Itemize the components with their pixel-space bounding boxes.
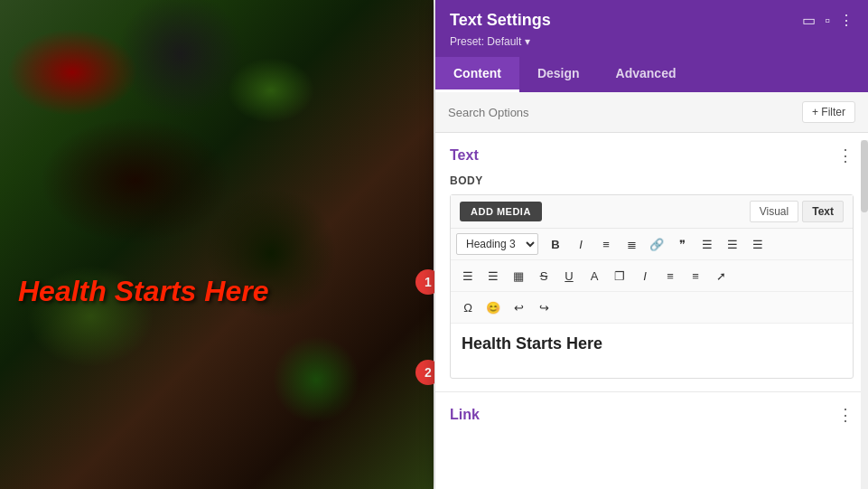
text-view-button[interactable]: Text	[802, 201, 844, 222]
background-image: Health Starts Here	[0, 0, 434, 489]
link-button[interactable]: 🔗	[645, 232, 668, 256]
fullscreen-button[interactable]: ➚	[709, 264, 733, 287]
table-button[interactable]: ▦	[507, 264, 530, 287]
tab-design[interactable]: Design	[519, 57, 598, 92]
bold-button[interactable]: B	[544, 232, 567, 256]
italic-button[interactable]: I	[569, 232, 593, 256]
text-section-title: Text	[450, 147, 479, 164]
scroll-track	[861, 140, 868, 489]
collapse-icon[interactable]: ▫	[825, 13, 830, 29]
panel-header: Text Settings ▭ ▫ ⋮ Preset: Default ▾	[435, 0, 868, 57]
link-section-menu-icon[interactable]: ⋮	[837, 405, 854, 425]
more-icon[interactable]: ⋮	[839, 12, 854, 29]
panel-title: Text Settings	[450, 11, 551, 30]
panel-header-top: Text Settings ▭ ▫ ⋮	[450, 11, 854, 30]
outdent-button[interactable]: ≡	[684, 264, 707, 287]
tab-content[interactable]: Content	[435, 57, 519, 92]
link-section: Link ⋮	[435, 392, 868, 434]
text-section-body: Body ADD MEDIA Visual Text	[435, 174, 868, 391]
add-media-button[interactable]: ADD MEDIA	[460, 202, 542, 221]
editor-toolbar-top: ADD MEDIA Visual Text	[451, 195, 853, 229]
tab-advanced[interactable]: Advanced	[598, 57, 695, 92]
align-justify-button[interactable]: ☰	[456, 264, 480, 287]
toolbar-row-2: ☰ ☰ ▦ S U A ❐ I ≡ ≡ ➚	[451, 260, 853, 292]
redo-button[interactable]: ↪	[532, 296, 555, 319]
paste-button[interactable]: ❐	[608, 264, 631, 287]
link-section-title: Link	[450, 407, 480, 423]
text-section-menu-icon[interactable]: ⋮	[837, 146, 854, 165]
heading-select[interactable]: Heading 3 Heading 1 Heading 2 Paragraph	[456, 233, 538, 255]
text-section: Text ⋮ Body ADD MEDIA Visual	[435, 133, 868, 392]
editor-container: ADD MEDIA Visual Text	[450, 194, 854, 379]
align-center-2-button[interactable]: ☰	[481, 264, 505, 287]
search-bar: + Filter	[435, 92, 868, 133]
text-section-header: Text ⋮	[435, 133, 868, 174]
underline-button[interactable]: U	[557, 264, 581, 287]
health-starts-here-text: Health Starts Here	[18, 275, 268, 308]
ordered-list-button[interactable]: ≣	[620, 232, 643, 256]
clear-format-button[interactable]: I	[633, 264, 657, 287]
view-toggle: Visual Text	[750, 201, 844, 222]
unordered-list-button[interactable]: ≡	[594, 232, 618, 256]
preset-label: Preset: Default ▾	[450, 35, 854, 48]
emoji-button[interactable]: 😊	[481, 296, 505, 319]
toolbar-row-1: Heading 3 Heading 1 Heading 2 Paragraph …	[451, 229, 853, 260]
undo-button[interactable]: ↩	[507, 296, 530, 319]
scroll-thumb[interactable]	[861, 140, 868, 212]
blockquote-button[interactable]: ❞	[670, 232, 694, 256]
preset-arrow[interactable]: ▾	[525, 35, 530, 48]
omega-button[interactable]: Ω	[456, 296, 480, 319]
preset-text[interactable]: Preset: Default	[450, 35, 521, 48]
align-center-button[interactable]: ☰	[721, 232, 744, 256]
editor-content-area[interactable]: Health Starts Here	[451, 324, 853, 378]
align-left-button[interactable]: ☰	[695, 232, 719, 256]
indent-button[interactable]: ≡	[658, 264, 682, 287]
editor-text: Health Starts Here	[462, 334, 602, 353]
expand-icon[interactable]: ▭	[802, 12, 816, 29]
tab-bar: Content Design Advanced	[435, 57, 868, 92]
body-label: Body	[450, 174, 854, 187]
settings-panel: Text Settings ▭ ▫ ⋮ Preset: Default ▾ Co…	[434, 0, 868, 489]
filter-button[interactable]: + Filter	[802, 101, 855, 123]
panel-content: Text ⋮ Body ADD MEDIA Visual	[435, 133, 868, 489]
align-right-button[interactable]: ☰	[746, 232, 770, 256]
visual-view-button[interactable]: Visual	[750, 201, 798, 222]
toolbar-row-3: Ω 😊 ↩ ↪	[451, 292, 853, 324]
text-color-button[interactable]: A	[583, 264, 606, 287]
strikethrough-button[interactable]: S	[532, 264, 555, 287]
search-input[interactable]	[448, 106, 795, 119]
header-icons: ▭ ▫ ⋮	[802, 12, 854, 29]
